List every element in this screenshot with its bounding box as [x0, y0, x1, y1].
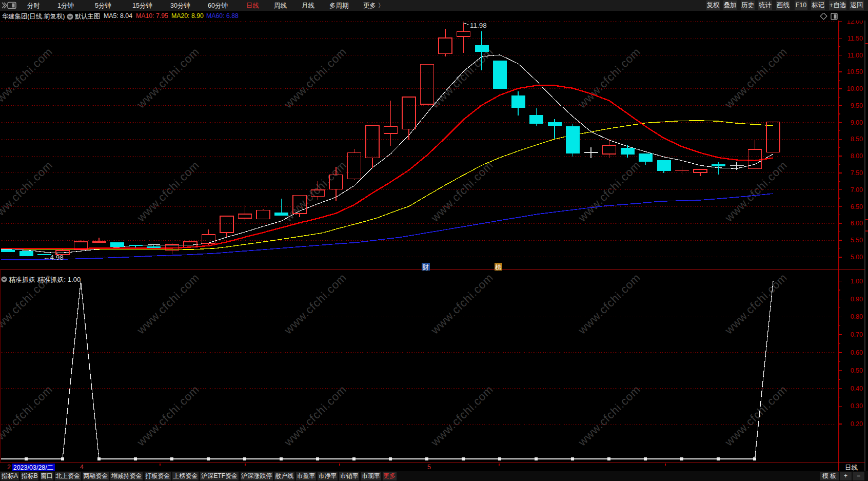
svg-text:www.cfchi.com: www.cfchi.com — [428, 271, 496, 337]
svg-text:www.cfchi.com: www.cfchi.com — [0, 383, 55, 449]
svg-text:www.cfchi.com: www.cfchi.com — [722, 383, 790, 449]
svg-text:0.40: 0.40 — [851, 385, 863, 392]
svg-text:11.98: 11.98 — [470, 22, 487, 29]
svg-text:7.00: 7.00 — [851, 186, 863, 194]
svg-text:1.00: 1.00 — [851, 278, 863, 285]
svg-text:←4.98: ←4.98 — [43, 254, 64, 261]
svg-text:11.00: 11.00 — [847, 52, 863, 59]
svg-text:www.cfchi.com: www.cfchi.com — [575, 271, 643, 337]
svg-text:0.80: 0.80 — [851, 313, 863, 320]
svg-text:www.cfchi.com: www.cfchi.com — [134, 159, 202, 225]
svg-text:8.00: 8.00 — [851, 152, 863, 160]
svg-text:10.00: 10.00 — [847, 85, 863, 92]
svg-text:0.20: 0.20 — [851, 420, 863, 428]
svg-text:11.50: 11.50 — [847, 35, 863, 42]
svg-text:6.00: 6.00 — [851, 220, 863, 227]
svg-text:www.cfchi.com: www.cfchi.com — [722, 271, 790, 337]
svg-text:0.60: 0.60 — [851, 349, 863, 356]
svg-text:6.50: 6.50 — [851, 203, 863, 210]
svg-text:www.cfchi.com: www.cfchi.com — [134, 383, 202, 449]
svg-text:www.cfchi.com: www.cfchi.com — [575, 159, 643, 225]
svg-text:www.cfchi.com: www.cfchi.com — [281, 383, 349, 449]
svg-text:www.cfchi.com: www.cfchi.com — [0, 159, 55, 225]
svg-text:8.50: 8.50 — [851, 136, 863, 143]
svg-text:0.90: 0.90 — [851, 296, 863, 303]
svg-text:9.50: 9.50 — [851, 102, 863, 109]
svg-text:www.cfchi.com: www.cfchi.com — [428, 159, 496, 225]
svg-text:www.cfchi.com: www.cfchi.com — [575, 383, 643, 449]
svg-text:7.50: 7.50 — [851, 169, 863, 177]
svg-text:9.00: 9.00 — [851, 119, 863, 126]
svg-text:www.cfchi.com: www.cfchi.com — [281, 159, 349, 225]
svg-text:10.50: 10.50 — [847, 68, 863, 75]
svg-text:5.50: 5.50 — [851, 237, 863, 244]
svg-text:5.00: 5.00 — [851, 254, 863, 261]
svg-text:财: 财 — [422, 264, 429, 271]
svg-text:www.cfchi.com: www.cfchi.com — [428, 383, 496, 449]
svg-text:0.30: 0.30 — [851, 402, 863, 410]
svg-text:0.70: 0.70 — [851, 331, 863, 338]
svg-text:0.50: 0.50 — [851, 367, 863, 374]
svg-text:榜: 榜 — [495, 264, 502, 271]
